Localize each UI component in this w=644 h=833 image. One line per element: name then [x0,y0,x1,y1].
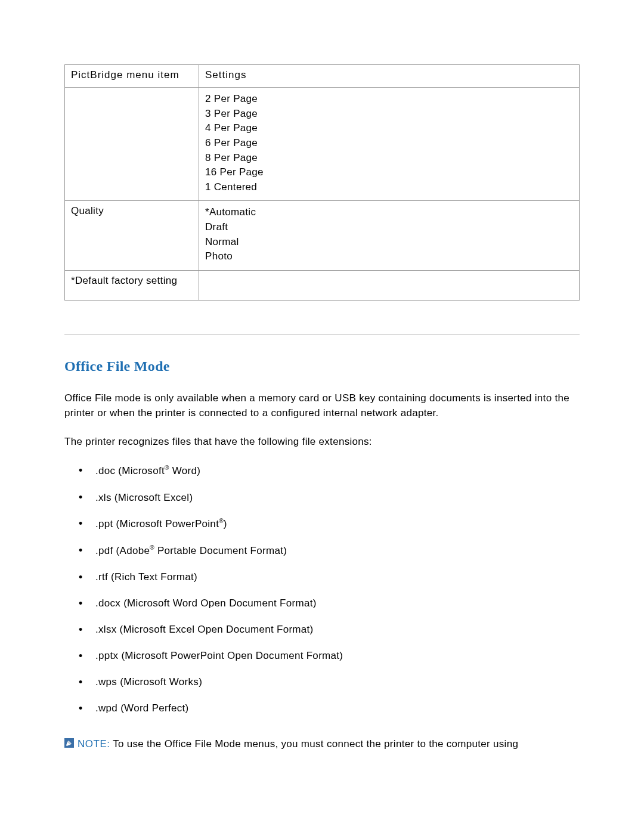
header-settings: Settings [199,65,580,88]
note-prefix: NOTE: [78,738,110,750]
cell-settings [199,271,580,301]
list-item: .xls (Microsoft Excel) [95,491,580,504]
setting-option: Normal [205,235,573,250]
cell-settings: 2 Per Page 3 Per Page 4 Per Page 6 Per P… [199,88,580,201]
cell-menu-item: *Default factory setting [65,271,199,301]
setting-option: 1 Centered [205,180,573,195]
table-row: 2 Per Page 3 Per Page 4 Per Page 6 Per P… [65,88,580,201]
setting-option: Draft [205,220,573,235]
intro-paragraph-1: Office File mode is only available when … [64,391,580,420]
cell-menu-item [65,88,199,201]
list-item: .ppt (Microsoft PowerPoint®) [95,517,580,531]
cell-settings: *Automatic Draft Normal Photo [199,201,580,271]
list-item: .pptx (Microsoft PowerPoint Open Documen… [95,649,580,662]
list-item: .docx (Microsoft Word Open Document Form… [95,597,580,610]
file-extensions-list: .doc (Microsoft® Word) .xls (Microsoft E… [64,464,580,716]
section-title: Office File Mode [64,358,580,374]
setting-option: 6 Per Page [205,136,573,151]
note-block: NOTE: To use the Office File Mode menus,… [64,737,580,752]
list-item: .xlsx (Microsoft Excel Open Document For… [95,623,580,636]
setting-option: 16 Per Page [205,165,573,180]
setting-option: *Automatic [205,205,573,220]
list-item: .doc (Microsoft® Word) [95,464,580,478]
list-item: .rtf (Rich Text Format) [95,571,580,584]
intro-paragraph-2: The printer recognizes files that have t… [64,435,580,450]
setting-option: 4 Per Page [205,121,573,136]
setting-option: 3 Per Page [205,107,573,122]
list-item: .wpd (Word Perfect) [95,702,580,715]
note-body: To use the Office File Mode menus, you m… [110,738,518,750]
cell-menu-item: Quality [65,201,199,271]
list-item: .pdf (Adobe® Portable Document Format) [95,544,580,558]
note-text: NOTE: To use the Office File Mode menus,… [78,737,518,752]
note-pencil-icon [64,738,74,748]
list-item: .wps (Microsoft Works) [95,676,580,689]
section-divider [64,334,580,335]
table-row: *Default factory setting [65,271,580,301]
header-menu-item: PictBridge menu item [65,65,199,88]
setting-option: Photo [205,249,573,264]
setting-option: 2 Per Page [205,92,573,107]
table-row: Quality *Automatic Draft Normal Photo [65,201,580,271]
pictbridge-settings-table: PictBridge menu item Settings 2 Per Page… [64,64,580,301]
table-header-row: PictBridge menu item Settings [65,65,580,88]
setting-option: 8 Per Page [205,151,573,166]
